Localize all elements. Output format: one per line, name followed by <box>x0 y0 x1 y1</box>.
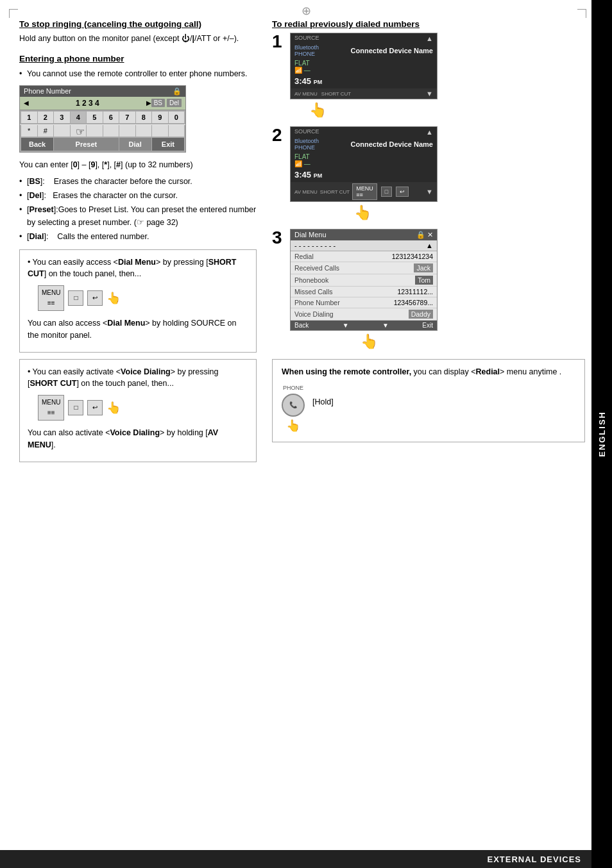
arrow-icon-step2: ↩ <box>396 187 409 197</box>
step2-time: 3:45 PM <box>291 169 437 182</box>
exit-key[interactable]: Exit <box>152 138 184 151</box>
key-2[interactable]: 2 <box>38 112 54 123</box>
dial-menu-header: Dial Menu 🔒 ✕ <box>291 230 437 240</box>
bs-desc: [BS]: Erases the character before the cu… <box>19 175 257 188</box>
entering-bullet1: You cannot use the remote controller to … <box>19 67 257 80</box>
info-box1-bullet1: • You can easily access <Dial Menu> by p… <box>28 256 248 281</box>
received-calls-row: Received Calls Jack <box>291 262 437 274</box>
key-6[interactable]: 6 <box>103 112 119 123</box>
menu-icon: MENU≡≡ <box>38 285 64 311</box>
step1-screen: SOURCE ▲ BluetoothPHONE Connected Device… <box>290 33 438 99</box>
phone-btn-circle: 📞 <box>282 394 305 417</box>
key-7[interactable]: 7 <box>119 112 135 123</box>
shortcut-icons-2: MENU≡≡ □ ↩ 👆 <box>38 395 248 421</box>
dial-menu-arrows: - - - - - - - - - - ▲ <box>291 240 437 251</box>
touch-hand-2: 👆 <box>106 399 121 417</box>
phone-number-ui[interactable]: Phone Number 🔒 ◀ 1 2 3 4 ▶ BS Del 1 2 3 <box>19 85 186 153</box>
step-1-content: SOURCE ▲ BluetoothPHONE Connected Device… <box>290 33 438 119</box>
menu-icon-step2: MENU≡≡ <box>352 183 377 200</box>
phone-button: PHONE 📞 👆 <box>282 383 305 435</box>
step-3-number: 3 <box>272 229 285 247</box>
left-column: To stop ringing (canceling the outgoing … <box>19 19 257 469</box>
right-column: To redial previously dialed numbers 1 SO… <box>272 19 585 469</box>
redial-row: Redial 12312341234 <box>291 251 437 262</box>
key-descriptions: [BS]: Erases the character before the cu… <box>19 175 257 243</box>
key-0[interactable]: 0 <box>169 112 185 123</box>
entering-title: Entering a phone number <box>19 54 257 63</box>
numpad-row2[interactable]: * # ☞ <box>20 125 185 137</box>
numpad[interactable]: 1 2 3 4 5 6 7 8 9 0 <box>20 110 185 124</box>
del-button[interactable]: Del <box>167 99 182 107</box>
dial-desc: [Dial]: Calls the entered number. <box>19 230 257 243</box>
key-3[interactable]: 3 <box>54 112 70 123</box>
redial-title: To redial previously dialed numbers <box>272 19 585 29</box>
phone-ui-header: Phone Number 🔒 <box>20 86 185 97</box>
stop-ringing-title: To stop ringing (canceling the outgoing … <box>19 19 257 29</box>
key-5[interactable]: 5 <box>87 112 103 123</box>
menu-icon-2: MENU≡≡ <box>38 395 64 421</box>
key-1[interactable]: 1 <box>21 112 37 123</box>
step3-hand: 👆 <box>290 333 438 350</box>
bs-del-buttons[interactable]: BS Del <box>151 99 182 107</box>
step2-screen: SOURCE ▲ BluetoothPHONE Connected Device… <box>290 126 438 202</box>
arrow-icon-2: ↩ <box>87 400 103 415</box>
entering-bullets: You cannot use the remote controller to … <box>19 67 257 80</box>
phone-ui-display: ◀ 1 2 3 4 ▶ BS Del <box>20 97 185 110</box>
step-1-number: 1 <box>272 33 285 51</box>
step1-time: 3:45 PM <box>291 75 437 88</box>
remote-text: When using the remote controller, you ca… <box>282 366 575 378</box>
phone-number-row: Phone Number 123456789... <box>291 297 437 308</box>
key-9[interactable]: 9 <box>152 112 168 123</box>
step-3-content: Dial Menu 🔒 ✕ - - - - - - - - - - ▲ Redi… <box>290 229 438 350</box>
arrow-icon: ↩ <box>87 290 103 306</box>
voice-dialing-row: Voice Dialing Daddy <box>291 308 437 321</box>
crosshair-top: ⊕ <box>302 4 311 18</box>
hold-label-container: [Hold] <box>312 383 334 412</box>
shortcut-icons-1: MENU≡≡ □ ↩ 👆 <box>38 285 248 311</box>
back-key[interactable]: Back <box>21 138 53 151</box>
phone-ui-footer[interactable]: Back Preset Dial Exit <box>20 137 185 152</box>
steps-container: 1 SOURCE ▲ BluetoothPHONE Connected Devi… <box>272 33 585 350</box>
nav-arrow-right[interactable]: ▶ <box>146 99 151 106</box>
step1-source-label: SOURCE <box>294 35 319 42</box>
step-3: 3 Dial Menu 🔒 ✕ - - - - - - - - - - ▲ <box>272 229 585 350</box>
step2-nav: AV MENU SHORT CUT MENU≡≡ □ ↩ ▼ <box>291 182 437 201</box>
can-enter-text: You can enter [0] – [9], [*], [#] (up to… <box>19 159 257 171</box>
dial-menu-footer: Back ▼ ▼ Exit <box>291 321 437 330</box>
step1-hand: 👆 <box>290 102 438 119</box>
preset-key[interactable]: Preset <box>54 138 118 151</box>
key-4[interactable]: 4 <box>71 112 87 123</box>
stop-ringing-text: Hold any button on the monitor panel (ex… <box>19 33 257 45</box>
dial-menu-screen: Dial Menu 🔒 ✕ - - - - - - - - - - ▲ Redi… <box>290 229 438 331</box>
del-desc: [Del]: Erases the character on the curso… <box>19 189 257 202</box>
nav-arrow-left[interactable]: ◀ <box>24 99 29 106</box>
external-devices-bar: EXTERNAL DEVICES <box>0 850 591 868</box>
step1-source-row: SOURCE ▲ <box>291 33 437 44</box>
dial-key[interactable]: Dial <box>119 138 151 151</box>
step2-hand: 👆 <box>290 204 438 221</box>
step2-source-row: SOURCE ▲ <box>291 127 437 137</box>
preset-desc: [Preset]:Goes to Preset List. You can pr… <box>19 203 257 229</box>
remote-hand: 👆 <box>286 417 300 435</box>
touch-hand-1: 👆 <box>106 289 121 308</box>
info-box2-also: You can also activate <Voice Dialing> by… <box>28 427 248 451</box>
step2-flat: FLAT 📶 — <box>291 152 437 169</box>
hold-label: [Hold] <box>312 396 334 408</box>
page-icon-step2: □ <box>381 187 392 197</box>
step2-menu-icons: MENU≡≡ □ ↩ <box>352 183 409 200</box>
key-hash[interactable]: # <box>38 125 54 137</box>
step-2-number: 2 <box>272 126 285 144</box>
key-star[interactable]: * <box>21 125 37 137</box>
key-8[interactable]: 8 <box>136 112 152 123</box>
info-box-1: • You can easily access <Dial Menu> by p… <box>19 249 257 353</box>
info-box2-bullet: • You can easily activate <Voice Dialing… <box>28 366 248 390</box>
step1-flat: FLAT 📶 — <box>291 58 437 75</box>
step1-bt-row: BluetoothPHONE Connected Device Name <box>291 44 437 58</box>
page-icon: □ <box>68 290 83 306</box>
info-box1-also: You can also access <Dial Menu> by holdi… <box>28 317 248 342</box>
step1-bt-label: BluetoothPHONE <box>294 44 319 57</box>
sidebar-english: ENGLISH <box>591 0 612 868</box>
step1-device-name: Connected Device Name <box>351 47 433 54</box>
step-1: 1 SOURCE ▲ BluetoothPHONE Connected Devi… <box>272 33 585 119</box>
bs-button[interactable]: BS <box>151 99 165 107</box>
